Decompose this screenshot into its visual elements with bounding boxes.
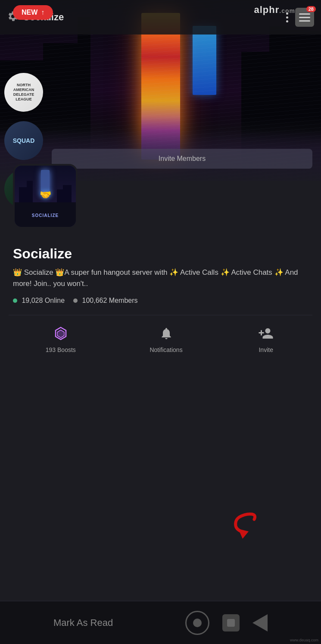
back-nav-button[interactable] (222, 614, 240, 631)
online-stat: 19,028 Online (13, 297, 65, 305)
alphr-logo: alphr.com (254, 4, 295, 16)
logo-building-4 (57, 189, 64, 202)
notifications-button[interactable]: Notifications (150, 324, 182, 353)
bell-icon (157, 324, 176, 343)
boost-label: 193 Boosts (46, 346, 76, 353)
bottom-navigation: Mark As Read (0, 601, 321, 644)
server-name: Socialize (13, 246, 312, 262)
svg-marker-2 (57, 330, 64, 338)
invite-action-button[interactable]: Invite (256, 324, 275, 353)
online-count: 19,028 Online (22, 297, 65, 304)
notification-badge: 28 (306, 6, 316, 12)
mark-as-read-button[interactable]: Mark As Read (53, 617, 113, 628)
sidebar-item-na-league[interactable]: NORTH AMERICAN DELEGATE LEAGUE (4, 73, 43, 112)
invite-icon (256, 324, 275, 343)
new-button[interactable]: NEW ↑ (13, 5, 53, 20)
lower-content: Socialize 👑 Socialize 👑A super fun hango… (0, 181, 321, 644)
red-arrow-annotation (222, 511, 261, 551)
member-count: 100,662 Members (82, 297, 138, 304)
nav-controls (185, 611, 268, 635)
logo-city-bg: 🤝 (15, 166, 76, 202)
boost-icon (51, 324, 70, 343)
mark-as-read-label: Mark As Read (53, 617, 113, 628)
actions-row: 193 Boosts Notifications Invite (9, 315, 312, 364)
server-logo: 🤝 SOCIALIZE (13, 164, 78, 229)
invite-action-label: Invite (259, 346, 273, 353)
notifications-label: Notifications (150, 346, 182, 353)
new-button-label: NEW (22, 9, 37, 16)
square-icon (227, 619, 235, 627)
server-logo-inner: 🤝 SOCIALIZE (15, 166, 76, 227)
home-nav-button[interactable] (185, 611, 209, 635)
triangle-nav-button[interactable] (252, 614, 268, 631)
logo-building-2 (27, 181, 33, 202)
online-indicator (13, 298, 17, 303)
boost-button[interactable]: 193 Boosts (46, 324, 76, 353)
billboard-2 (193, 26, 216, 95)
server-info: Socialize 👑 Socialize 👑A super fun hango… (9, 233, 312, 305)
alphr-com-text: .com (279, 7, 295, 14)
triangle-icon (252, 614, 268, 631)
invite-members-area: Invite Members (52, 149, 312, 169)
squad-label: SQUAD (13, 137, 35, 144)
logo-handshake-icon: 🤝 (40, 189, 51, 201)
new-button-arrow: ↑ (41, 9, 44, 16)
svg-marker-0 (238, 529, 249, 539)
sidebar-item-squad[interactable]: SQUAD (4, 121, 43, 160)
watermark: www.deuaq.com (290, 638, 318, 642)
alphr-brand-text: alphr.com (254, 4, 295, 15)
hamburger-menu-button[interactable]: 28 (295, 8, 314, 27)
logo-text-area: SOCIALIZE (15, 202, 76, 227)
circle-icon (193, 619, 202, 627)
logo-building-3 (63, 185, 72, 202)
logo-building-1 (19, 187, 28, 202)
invite-members-button[interactable]: Invite Members (52, 149, 312, 169)
na-league-label: NORTH AMERICAN DELEGATE LEAGUE (4, 81, 43, 103)
members-stat: 100,662 Members (73, 297, 137, 305)
server-description: 👑 Socialize 👑A super fun hangout server … (13, 267, 312, 290)
logo-server-name: SOCIALIZE (32, 213, 59, 218)
member-stats: 19,028 Online 100,662 Members (13, 297, 312, 305)
members-indicator (73, 298, 78, 303)
